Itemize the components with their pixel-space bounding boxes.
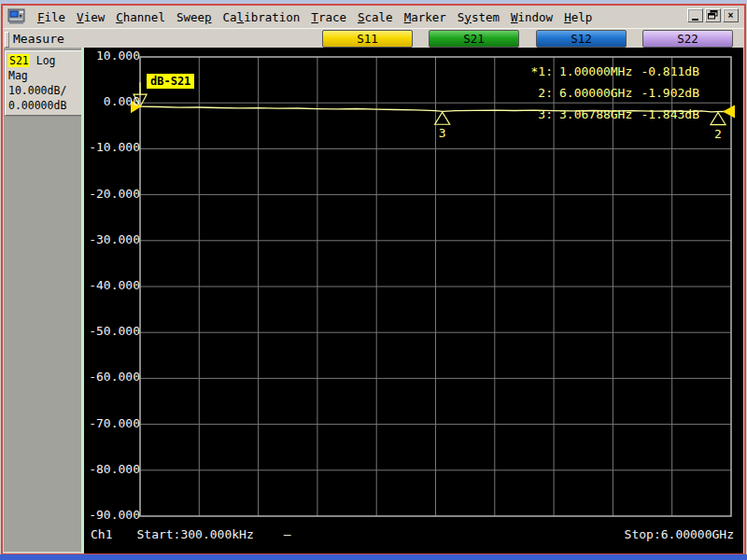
y-axis-label: -30.000 — [89, 232, 140, 246]
trace-info-panel[interactable]: S21 Log Mag 10.000dB/ 0.00000dB — [5, 50, 84, 116]
y-axis-label: -50.000 — [89, 324, 140, 338]
menu-channel[interactable]: Channel — [110, 8, 171, 26]
y-axis-label: -20.000 — [89, 187, 140, 201]
m-val: -1.843dB — [640, 107, 699, 121]
menu-scale[interactable]: Scale — [352, 8, 399, 26]
y-axis-label: -40.000 — [89, 278, 140, 292]
sparam-button-s22[interactable]: S22 — [642, 30, 733, 48]
menu-trace[interactable]: Trace — [305, 8, 352, 26]
menu-marker[interactable]: Marker — [399, 8, 452, 26]
sparam-button-s21[interactable]: S21 — [429, 30, 519, 48]
m-num: *1: — [521, 64, 553, 78]
trace-format-line: S21 Log Mag — [8, 53, 80, 83]
trace-label: dB-S21 — [147, 74, 194, 89]
right-edge-arrow-icon — [723, 105, 735, 119]
sparam-button-s11[interactable]: S11 — [322, 30, 413, 48]
restore-icon — [708, 10, 718, 20]
sweep-status-left: Ch1Start:300.000kHz— — [91, 527, 291, 541]
y-axis-label: -70.000 — [89, 416, 140, 430]
minimize-button[interactable] — [687, 8, 703, 22]
menu-view[interactable]: View — [71, 8, 110, 26]
m-num: 2: — [521, 86, 553, 100]
menu-file[interactable]: File — [32, 8, 71, 26]
m-freq: 3.06788GHz — [559, 107, 636, 121]
desktop-edge-bottom — [0, 554, 747, 560]
minimize-icon — [692, 19, 698, 21]
marker-readout-row: 2:6.00000GHz-1.902dB — [521, 82, 699, 104]
menu-bar: FileViewChannelSweepCalibrationTraceScal… — [3, 6, 744, 28]
menu-window[interactable]: Window — [505, 8, 558, 26]
marker-3[interactable] — [435, 112, 450, 124]
sweep-dash: — — [284, 527, 291, 541]
marker-2-number: 2 — [714, 127, 722, 141]
m-num: 3: — [521, 107, 553, 121]
marker-2[interactable] — [711, 113, 726, 125]
desktop-edge-top — [0, 0, 747, 4]
y-axis-label: 10.000 — [89, 49, 140, 63]
trace-param-chip: S21 — [8, 54, 30, 67]
window-controls: × — [687, 8, 739, 22]
menu-sweep[interactable]: Sweep — [171, 8, 218, 26]
y-axis-label: -80.000 — [89, 462, 140, 476]
stop-frequency: Stop:6.00000GHz — [625, 527, 734, 541]
menu-help[interactable]: Help — [558, 8, 598, 26]
vna-application-window: FileViewChannelSweepCalibrationTraceScal… — [0, 0, 747, 560]
y-axis-label: -60.000 — [89, 370, 140, 384]
y-axis-label: -90.000 — [89, 508, 140, 522]
trace-scale: 10.000dB/ — [8, 83, 80, 98]
menu-system[interactable]: System — [452, 8, 505, 26]
m-val: -0.811dB — [640, 64, 699, 78]
toolbar-grip[interactable] — [5, 32, 9, 48]
m-freq: 6.00000GHz — [559, 86, 636, 100]
channel-label: Ch1 — [91, 527, 112, 541]
measure-toolbar: Measure S11S21S12S22 — [3, 28, 744, 49]
sparam-button-s12[interactable]: S12 — [536, 30, 627, 48]
close-icon: × — [728, 10, 734, 21]
close-button[interactable]: × — [723, 8, 739, 22]
vna-instrument-icon[interactable] — [7, 8, 26, 25]
menu-calibration[interactable]: Calibration — [218, 8, 306, 26]
y-axis-label: 0.000 — [89, 94, 140, 108]
plot-area: 23 10.0000.000-10.000-20.000-30.000-40.0… — [81, 48, 743, 555]
marker-3-number: 3 — [439, 126, 446, 140]
marker-readout-row: 3:3.06788GHz-1.843dB — [521, 104, 699, 125]
marker-readout-row: *1:1.00000MHz-0.811dB — [521, 61, 699, 82]
trace-ref-level: 0.00000dB — [8, 98, 80, 113]
left-panel: S21 Log Mag 10.000dB/ 0.00000dB — [4, 48, 81, 552]
y-axis-label: -10.000 — [89, 140, 140, 154]
toolbar-label: Measure — [13, 32, 64, 46]
marker-readout: *1:1.00000MHz-0.811dB2:6.00000GHz-1.902d… — [521, 61, 699, 125]
m-freq: 1.00000MHz — [559, 64, 636, 78]
m-val: -1.902dB — [640, 86, 699, 100]
restore-button[interactable] — [705, 8, 721, 22]
menu-items: FileViewChannelSweepCalibrationTraceScal… — [32, 8, 598, 26]
start-frequency: Start:300.000kHz — [136, 527, 253, 541]
